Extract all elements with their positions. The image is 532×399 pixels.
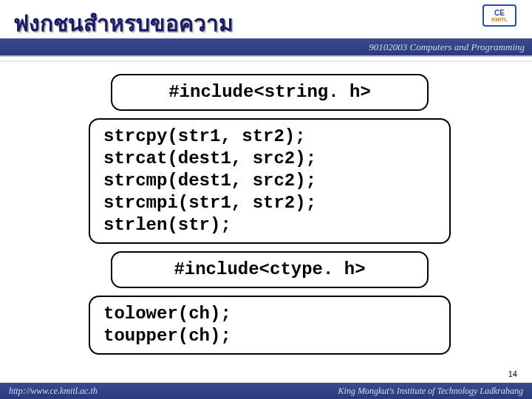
- func-strcat: strcat(dest1, src2);: [103, 148, 436, 170]
- footer-bar: http://www.ce.kmitl.ac.th King Mongkut's…: [0, 383, 532, 399]
- institution-logo: CE KMITL: [476, 4, 523, 40]
- footer-url: http://www.ce.kmitl.ac.th: [9, 386, 98, 397]
- include-ctype-text: #include<ctype. h>: [174, 259, 365, 279]
- func-toupper: toupper(ch);: [103, 325, 436, 347]
- slide-title: ฟงกชนสำหรบขอความ: [13, 6, 233, 41]
- include-ctype-box: #include<ctype. h>: [111, 251, 429, 288]
- func-strcmp: strcmp(dest1, src2);: [103, 170, 436, 192]
- logo-text-ce: CE: [494, 9, 505, 17]
- content-area: #include<string. h> strcpy(str1, str2); …: [89, 74, 451, 362]
- include-string-box: #include<string. h>: [111, 74, 429, 111]
- header-bar: 90102003 Computers and Programming: [0, 38, 532, 56]
- func-strlen: strlen(str);: [103, 214, 436, 236]
- footer-institution: King Mongkut's Institute of Technology L…: [338, 386, 523, 397]
- header-divider: [0, 55, 532, 61]
- string-functions-box: strcpy(str1, str2); strcat(dest1, src2);…: [89, 118, 451, 244]
- course-title: 90102003 Computers and Programming: [369, 41, 525, 53]
- page-number: 14: [508, 369, 517, 378]
- logo-text-kmitl: KMITL: [491, 17, 507, 22]
- include-string-text: #include<string. h>: [168, 82, 371, 102]
- func-strcpy: strcpy(str1, str2);: [103, 126, 436, 148]
- ctype-functions-box: tolower(ch); toupper(ch);: [89, 296, 451, 355]
- func-strcmpi: strcmpi(str1, str2);: [103, 192, 436, 214]
- func-tolower: tolower(ch);: [103, 303, 436, 325]
